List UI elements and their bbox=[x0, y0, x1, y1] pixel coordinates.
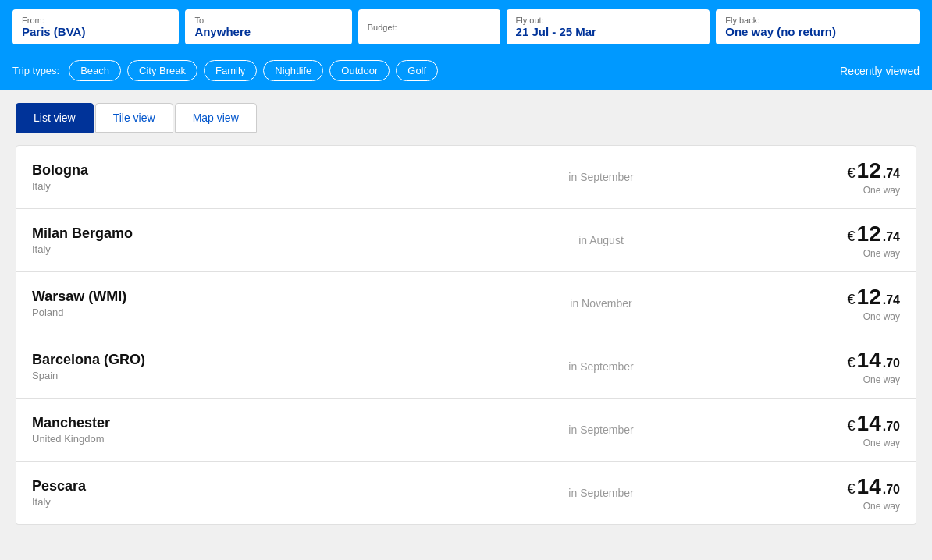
price-line: € 12 .74 bbox=[791, 158, 900, 183]
recently-viewed-link[interactable]: Recently viewed bbox=[840, 65, 920, 77]
results-container: Bologna Italy in September € 12 .74 One … bbox=[0, 133, 932, 537]
dest-city: Manchester bbox=[32, 415, 411, 431]
price-decimal: .74 bbox=[883, 293, 900, 307]
price-line: € 14 .70 bbox=[791, 411, 900, 436]
dest-info: Manchester United Kingdom bbox=[32, 415, 411, 445]
dest-country: Poland bbox=[32, 307, 411, 318]
price-info: € 12 .74 One way bbox=[791, 158, 900, 196]
result-row[interactable]: Pescara Italy in September € 14 .70 One … bbox=[16, 462, 916, 525]
price-line: € 12 .74 bbox=[791, 222, 900, 246]
dest-country: United Kingdom bbox=[32, 433, 411, 445]
price-line: € 14 .70 bbox=[791, 348, 900, 373]
price-type: One way bbox=[791, 501, 900, 512]
price-decimal: .74 bbox=[883, 167, 900, 181]
flyback-field[interactable]: Fly back: One way (no return) bbox=[716, 9, 920, 44]
trip-btn-family[interactable]: Family bbox=[204, 60, 257, 81]
price-euro-sign: € bbox=[848, 292, 856, 308]
to-field[interactable]: To: Anywhere bbox=[185, 9, 351, 44]
trip-btn-golf[interactable]: Golf bbox=[396, 60, 438, 81]
price-decimal: .74 bbox=[883, 230, 900, 244]
trip-btn-beach[interactable]: Beach bbox=[69, 60, 121, 81]
result-row[interactable]: Barcelona (GRO) Spain in September € 14 … bbox=[16, 335, 916, 399]
from-label: From: bbox=[22, 16, 169, 25]
price-main: 12 bbox=[857, 158, 881, 183]
trip-btn-city-break[interactable]: City Break bbox=[127, 60, 197, 81]
tab-list-view[interactable]: List view bbox=[16, 103, 94, 133]
dest-country: Italy bbox=[32, 180, 411, 192]
month-info: in August bbox=[411, 234, 791, 246]
dest-city: Bologna bbox=[32, 162, 411, 179]
price-decimal: .70 bbox=[883, 420, 900, 434]
price-euro-sign: € bbox=[848, 418, 856, 434]
price-type: One way bbox=[791, 374, 900, 385]
dest-info: Barcelona (GRO) Spain bbox=[32, 352, 411, 381]
dest-info: Warsaw (WMI) Poland bbox=[32, 289, 411, 318]
month-info: in November bbox=[411, 297, 791, 310]
from-value: Paris (BVA) bbox=[22, 25, 169, 38]
search-bar: From: Paris (BVA) To: Anywhere Budget: F… bbox=[0, 0, 932, 54]
price-euro-sign: € bbox=[848, 165, 856, 182]
budget-field[interactable]: Budget: bbox=[358, 9, 500, 44]
price-line: € 12 .74 bbox=[791, 285, 900, 310]
price-euro-sign: € bbox=[848, 481, 856, 498]
month-info: in September bbox=[411, 171, 791, 183]
dest-city: Barcelona (GRO) bbox=[32, 352, 411, 368]
result-row[interactable]: Warsaw (WMI) Poland in November € 12 .74… bbox=[16, 272, 916, 335]
price-main: 12 bbox=[857, 222, 881, 246]
price-decimal: .70 bbox=[883, 483, 900, 497]
trip-btn-outdoor[interactable]: Outdoor bbox=[329, 60, 390, 81]
result-row[interactable]: Milan Bergamo Italy in August € 12 .74 O… bbox=[16, 209, 916, 272]
dest-info: Bologna Italy bbox=[32, 162, 411, 192]
price-decimal: .70 bbox=[883, 356, 900, 370]
price-main: 12 bbox=[857, 285, 881, 310]
price-type: One way bbox=[791, 438, 900, 448]
tab-tile-view[interactable]: Tile view bbox=[95, 103, 173, 133]
price-euro-sign: € bbox=[848, 355, 856, 371]
trip-btn-nightlife[interactable]: Nightlife bbox=[263, 60, 323, 81]
price-info: € 14 .70 One way bbox=[791, 348, 900, 385]
to-value: Anywhere bbox=[194, 25, 342, 38]
flyback-value: One way (no return) bbox=[725, 25, 910, 38]
trip-types-label: Trip types: bbox=[12, 65, 59, 76]
price-line: € 14 .70 bbox=[791, 474, 900, 499]
dest-country: Italy bbox=[32, 496, 411, 508]
price-type: One way bbox=[791, 311, 900, 322]
flyout-label: Fly out: bbox=[516, 16, 701, 25]
price-main: 14 bbox=[857, 348, 881, 373]
dest-country: Italy bbox=[32, 243, 411, 255]
price-euro-sign: € bbox=[848, 229, 856, 245]
flyout-value: 21 Jul - 25 Mar bbox=[516, 25, 701, 38]
dest-city: Pescara bbox=[32, 478, 411, 494]
price-type: One way bbox=[791, 185, 900, 196]
to-label: To: bbox=[194, 16, 342, 25]
dest-country: Spain bbox=[32, 370, 411, 381]
result-row[interactable]: Manchester United Kingdom in September €… bbox=[16, 399, 916, 462]
month-info: in September bbox=[411, 487, 791, 499]
tab-map-view[interactable]: Map view bbox=[175, 103, 257, 133]
trip-types-bar: Trip types: Beach City Break Family Nigh… bbox=[0, 54, 932, 90]
month-info: in September bbox=[411, 424, 791, 436]
dest-info: Pescara Italy bbox=[32, 478, 411, 508]
price-info: € 14 .70 One way bbox=[791, 411, 900, 448]
from-field[interactable]: From: Paris (BVA) bbox=[12, 9, 179, 44]
price-info: € 14 .70 One way bbox=[791, 474, 900, 512]
price-main: 14 bbox=[857, 474, 881, 499]
flyout-field[interactable]: Fly out: 21 Jul - 25 Mar bbox=[507, 9, 710, 44]
dest-city: Milan Bergamo bbox=[32, 225, 411, 242]
flyback-label: Fly back: bbox=[725, 16, 910, 25]
result-row[interactable]: Bologna Italy in September € 12 .74 One … bbox=[16, 145, 916, 209]
dest-city: Warsaw (WMI) bbox=[32, 289, 411, 305]
price-info: € 12 .74 One way bbox=[791, 222, 900, 259]
price-type: One way bbox=[791, 248, 900, 259]
budget-label: Budget: bbox=[368, 23, 491, 32]
dest-info: Milan Bergamo Italy bbox=[32, 225, 411, 255]
month-info: in September bbox=[411, 360, 791, 373]
price-main: 14 bbox=[857, 411, 881, 436]
view-tabs: List view Tile view Map view bbox=[0, 90, 932, 133]
price-info: € 12 .74 One way bbox=[791, 285, 900, 322]
